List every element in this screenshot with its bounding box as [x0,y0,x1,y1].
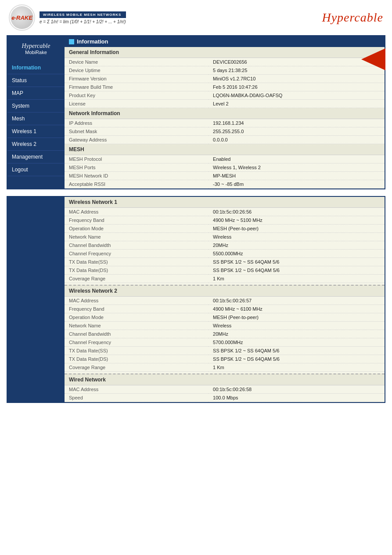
table-row: Frequency Band4900 MHz ~ 5100 MHz [65,216,385,225]
value: 100.0 Mbps [209,394,385,402]
table-row: Device NameDEVICE002656 [65,58,385,66]
label: MESH Network ID [65,172,209,180]
table-row: IP Address192.168.1.234 [65,119,385,127]
hypercable-logo: Hypercable [322,11,383,25]
label: License [65,100,209,108]
label: Device Name [65,58,209,66]
table-row: Frequency Band4900 MHz ~ 6100 MHz [65,305,385,313]
nav-item-status[interactable]: Status [7,74,65,87]
table-row: TX Data Rate(SS)SS BPSK 1/2 ~ SS 64QAM 5… [65,347,385,355]
left-nav: Hypercable MobiRake Information Status M… [7,36,65,189]
value: MP-MESH [209,172,385,180]
table-row: Channel Bandwidth20MHz [65,330,385,338]
value: 20MHz [209,241,385,250]
panel-title-icon [69,39,74,44]
value: SS BPSK 1/2 ~ DS 64QAM 5/6 [209,355,385,363]
label: TX Data Rate(DS) [65,266,209,275]
label: TX Data Rate(SS) [65,347,209,355]
nav-item-wireless1[interactable]: Wireless 1 [7,125,65,138]
table-row: Gateway Address0.0.0.0 [65,136,385,144]
header-left: e·RAKE WIRELESS MOBILE MESH NETWORKS e =… [9,4,126,31]
label: MAC Address [65,385,209,394]
status-left-nav [7,197,65,402]
table-row: Operation ModeMESH (Peer-to-peer) [65,313,385,322]
label: MESH Ports [65,163,209,172]
value: Feb 5 2016 10:47:26 [209,83,385,91]
nav-item-information[interactable]: Information [7,62,65,74]
table-row: Firmware Build TimeFeb 5 2016 10:47:26 [65,83,385,91]
nav-item-logout[interactable]: Logout [7,163,65,176]
label: Channel Bandwidth [65,241,209,250]
information-panel: Hypercable MobiRake Information Status M… [7,35,385,189]
wireless1-title: Wireless Network 1 [65,197,385,208]
status-content: Wireless Network 1 MAC Address00:1b:5c:0… [65,197,385,402]
table-row: Network NameWireless [65,322,385,330]
nav-item-system[interactable]: System [7,100,65,112]
value: -30 ~ -85 dBm [209,180,385,189]
page-header: e·RAKE WIRELESS MOBILE MESH NETWORKS e =… [0,0,392,35]
value: 5700.000MHz [209,338,385,347]
nav-item-wireless2[interactable]: Wireless 2 [7,138,65,151]
value: 5500.000MHz [209,250,385,258]
label: MAC Address [65,297,209,305]
mesh-table: MESH ProtocolEnabled MESH PortsWireless … [65,155,385,189]
value: 255.255.255.0 [209,127,385,136]
table-row: Operation ModeMESH (Peer-to-peer) [65,225,385,233]
table-row: MAC Address00:1b:5c:00:26:56 [65,208,385,216]
table-row: Channel Frequency5700.000MHz [65,338,385,347]
value: SS BPSK 1/2 ~ DS 64QAM 5/6 [209,266,385,275]
label: Network Name [65,233,209,241]
value: MESH (Peer-to-peer) [209,225,385,233]
value: 00:1b:5c:00:26:58 [209,385,385,394]
nav-item-management[interactable]: Management [7,151,65,163]
table-row: Speed100.0 Mbps [65,394,385,402]
value: DEVICE002656 [209,58,385,66]
wireless2-table: MAC Address00:1b:5c:00:26:57 Frequency B… [65,297,385,372]
value: Wireless 1, Wireless 2 [209,163,385,172]
value: 192.168.1.234 [209,119,385,127]
label: Coverage Range [65,275,209,283]
wired-title: Wired Network [65,374,385,385]
table-row: MESH Network IDMP-MESH [65,172,385,180]
back-arrow-button[interactable] [361,48,388,70]
value: 1 Km [209,275,385,283]
label: Device Uptime [65,66,209,75]
general-info-table: Device NameDEVICE002656 Device Uptime5 d… [65,58,385,108]
network-info-title: Network Information [65,108,385,119]
label: TX Data Rate(SS) [65,258,209,266]
value: Wireless [209,322,385,330]
label: IP Address [65,119,209,127]
label: Coverage Range [65,363,209,372]
label: Frequency Band [65,305,209,313]
value: 00:1b:5c:00:26:56 [209,208,385,216]
table-row: Channel Frequency5500.000MHz [65,250,385,258]
value: MiniOS v1.2.7RC10 [209,75,385,83]
formula-text: e = Σ 1/n! = lim (1/0! + 1/1! + 1/2! + .… [40,19,126,24]
value: 5 days 21:38:25 [209,66,385,75]
table-row: Acceptable RSSI-30 ~ -85 dBm [65,180,385,189]
wired-table: MAC Address00:1b:5c:00:26:58 Speed100.0 … [65,385,385,402]
table-row: Channel Bandwidth20MHz [65,241,385,250]
back-arrow-shape [361,48,385,70]
value: MESH (Peer-to-peer) [209,313,385,322]
table-row: MESH ProtocolEnabled [65,155,385,163]
nav-item-mesh[interactable]: Mesh [7,112,65,125]
table-row: MAC Address00:1b:5c:00:26:58 [65,385,385,394]
nav-item-map[interactable]: MAP [7,87,65,100]
label: Speed [65,394,209,402]
value: Wireless [209,233,385,241]
label: Frequency Band [65,216,209,225]
label: Network Name [65,322,209,330]
table-row: TX Data Rate(DS)SS BPSK 1/2 ~ DS 64QAM 5… [65,266,385,275]
value: Level 2 [209,100,385,108]
header-brand-info: WIRELESS MOBILE MESH NETWORKS e = Σ 1/n!… [40,11,126,24]
table-row: Coverage Range1 Km [65,275,385,283]
info-content: Information General Information Device N… [65,36,385,189]
nav-logo: Hypercable [12,43,60,50]
value: 4900 MHz ~ 5100 MHz [209,216,385,225]
label: TX Data Rate(DS) [65,355,209,363]
label: Acceptable RSSI [65,180,209,189]
erake-logo: e·RAKE [9,4,35,31]
label: Channel Bandwidth [65,330,209,338]
label: Gateway Address [65,136,209,144]
